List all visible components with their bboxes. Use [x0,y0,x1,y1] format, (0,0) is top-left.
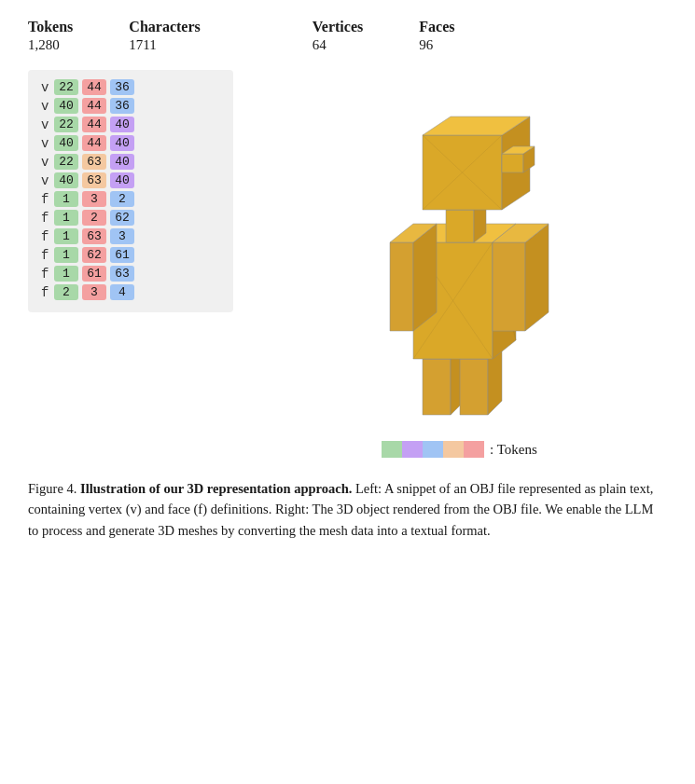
legend-row: : Tokens [382,441,537,458]
tokens-value: 1,280 [28,37,73,53]
token-box: 62 [110,210,134,226]
svg-marker-26 [502,154,523,172]
obj-command: v [41,155,50,170]
obj-command: f [41,192,50,207]
obj-command: f [41,267,50,282]
token-box: 61 [82,266,106,282]
token-box: 63 [82,228,106,244]
characters-stat: Characters 1711 [129,19,200,53]
obj-row: f1262 [41,210,220,226]
token-box: 44 [82,135,106,151]
obj-row: f16261 [41,247,220,263]
main-content: v224436v404436v224440v404440v226340v4063… [28,70,667,458]
token-box: 1 [54,247,78,263]
token-box: 44 [82,79,106,95]
tokens-label: Tokens [28,19,73,35]
token-box: 3 [82,191,106,207]
vertices-stat: Vertices 64 [313,19,364,53]
token-box: 40 [110,117,134,132]
obj-command: f [41,211,50,226]
token-box: 3 [82,284,106,300]
token-box: 40 [54,135,78,151]
token-box: 22 [54,79,78,95]
obj-row: f1633 [41,228,220,244]
faces-label: Faces [419,19,454,35]
faces-value: 96 [419,37,454,53]
token-box: 3 [110,228,134,244]
obj-row: v404440 [41,135,220,151]
token-box: 40 [110,172,134,188]
legend-swatch-4 [443,441,464,458]
svg-marker-15 [493,242,525,331]
obj-command: v [41,80,50,95]
obj-row: f16163 [41,266,220,282]
token-box: 22 [54,154,78,170]
obj-command: v [41,173,50,188]
token-box: 22 [54,117,78,132]
characters-value: 1711 [129,37,200,53]
figure-label: Figure 4. [28,481,76,496]
legend-swatch-3 [423,441,443,458]
token-box: 2 [110,191,134,207]
token-box: 1 [54,210,78,226]
token-box: 44 [82,117,106,132]
token-box: 40 [110,135,134,151]
obj-command: v [41,136,50,151]
svg-marker-18 [446,210,474,242]
token-box: 1 [54,191,78,207]
token-box: 1 [54,266,78,282]
token-box: 40 [110,154,134,170]
figure-title: Illustration of our 3D representation ap… [80,481,352,496]
obj-row: v226340 [41,154,220,170]
token-box: 63 [82,172,106,188]
right-panel: : Tokens [252,70,667,458]
stats-section: Tokens 1,280 Characters 1711 Vertices 64… [28,19,667,53]
characters-label: Characters [129,19,200,35]
token-box: 63 [82,154,106,170]
obj-panel: v224436v404436v224440v404440v226340v4063… [28,70,233,312]
vertices-value: 64 [313,37,364,53]
token-box: 4 [110,284,134,300]
token-box: 1 [54,228,78,244]
token-box: 36 [110,79,134,95]
svg-marker-12 [390,242,413,331]
token-box: 44 [82,98,106,114]
token-box: 2 [82,210,106,226]
obj-command: f [41,285,50,300]
obj-row: f132 [41,191,220,207]
obj-row: f234 [41,284,220,300]
token-box: 61 [110,247,134,263]
caption: Figure 4. Illustration of our 3D represe… [28,478,667,541]
obj-command: v [41,117,50,132]
legend-swatch-5 [464,441,484,458]
token-box: 63 [110,266,134,282]
obj-row: v224436 [41,79,220,95]
svg-marker-0 [423,359,451,415]
legend-swatch-2 [402,441,423,458]
token-box: 40 [54,172,78,188]
vertices-label: Vertices [313,19,364,35]
figure-svg [339,70,581,433]
token-box: 40 [54,98,78,114]
obj-command: v [41,99,50,114]
legend-label: : Tokens [490,442,537,458]
obj-row: v406340 [41,172,220,188]
tokens-stat: Tokens 1,280 [28,19,73,53]
svg-marker-3 [460,359,488,415]
token-box: 62 [82,247,106,263]
token-box: 2 [54,284,78,300]
legend-swatch-1 [382,441,402,458]
obj-row: v224440 [41,117,220,132]
obj-command: f [41,248,50,263]
faces-stat: Faces 96 [419,19,454,53]
obj-command: f [41,229,50,244]
obj-row: v404436 [41,98,220,114]
token-box: 36 [110,98,134,114]
